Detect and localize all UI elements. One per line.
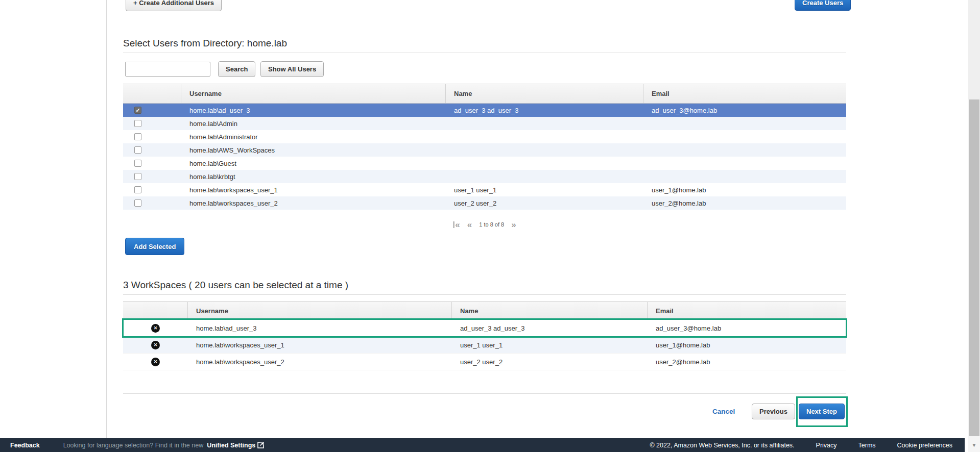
external-link-icon <box>257 442 264 448</box>
row-email <box>643 157 846 170</box>
row-name: ad_user_3 ad_user_3 <box>446 104 643 117</box>
row-name <box>446 157 643 170</box>
next-step-button[interactable]: Next Step <box>799 404 845 419</box>
add-selected-button[interactable]: Add Selected <box>125 238 184 255</box>
cookie-preferences-link[interactable]: Cookie preferences <box>897 442 952 449</box>
row-checkbox[interactable] <box>134 199 141 207</box>
row-name <box>446 130 643 143</box>
console-footer: Feedback Looking for language selection?… <box>0 438 965 452</box>
terms-link[interactable]: Terms <box>858 442 876 449</box>
row-checkbox[interactable] <box>134 146 141 154</box>
show-all-users-button[interactable]: Show All Users <box>260 61 324 77</box>
row-username: home.lab\workspaces_user_2 <box>181 196 446 210</box>
username-column-header: Username <box>188 302 452 319</box>
row-username: home.lab\krbtgt <box>181 170 446 183</box>
row-email <box>643 130 846 143</box>
row-checkbox[interactable] <box>134 133 141 140</box>
row-username: home.lab\workspaces_user_1 <box>188 337 452 353</box>
create-additional-users-button[interactable]: + Create Additional Users <box>126 0 222 11</box>
selected-workspaces-table: Username Name Email home.lab\ad_user_3 a… <box>123 302 846 370</box>
row-username: home.lab\ad_user_3 <box>181 104 446 117</box>
table-row[interactable]: home.lab\Administrator <box>123 130 846 143</box>
remove-user-icon[interactable] <box>151 358 160 366</box>
copyright-text: © 2022, Amazon Web Services, Inc. or its… <box>650 442 794 449</box>
remove-user-icon[interactable] <box>151 324 160 333</box>
row-username: home.lab\workspaces_user_2 <box>188 354 452 370</box>
heading-divider <box>123 53 846 53</box>
table-row[interactable]: home.lab\ad_user_3 ad_user_3 ad_user_3 a… <box>123 320 846 337</box>
row-checkbox[interactable] <box>134 173 141 180</box>
wizard-actions: Cancel Previous Next Step <box>123 404 846 420</box>
row-name: ad_user_3 ad_user_3 <box>452 320 648 336</box>
table-row[interactable]: home.lab\ad_user_3 ad_user_3 ad_user_3 a… <box>123 104 846 117</box>
previous-button[interactable]: Previous <box>752 404 795 419</box>
row-email: ad_user_3@home.lab <box>648 320 846 336</box>
scroll-down-arrow-icon[interactable]: ▼ <box>968 438 980 452</box>
table-row[interactable]: home.lab\workspaces_user_2 user_2 user_2… <box>123 196 846 210</box>
directory-table-header: Username Name Email <box>123 84 846 104</box>
email-column-header: Email <box>648 302 846 319</box>
table-row[interactable]: home.lab\workspaces_user_2 user_2 user_2… <box>123 354 846 370</box>
row-name: user_1 user_1 <box>446 183 643 196</box>
row-name <box>446 170 643 183</box>
row-name: user_2 user_2 <box>452 354 648 370</box>
remove-user-icon[interactable] <box>151 341 160 349</box>
row-email <box>643 117 846 130</box>
row-email: user_2@home.lab <box>648 354 846 370</box>
row-name <box>446 143 643 157</box>
pagination: « « 1 to 8 of 8 » <box>123 219 846 230</box>
row-email <box>643 143 846 157</box>
table-row[interactable]: home.lab\krbtgt <box>123 170 846 183</box>
row-email: ad_user_3@home.lab <box>643 104 846 117</box>
row-email: user_1@home.lab <box>648 337 846 353</box>
workspaces-section-heading: 3 WorkSpaces ( 20 users can be selected … <box>123 280 348 291</box>
row-username: home.lab\Administrator <box>181 130 446 143</box>
create-users-button[interactable]: Create Users <box>795 0 851 11</box>
row-checkbox[interactable] <box>134 160 141 167</box>
create-workspaces-wizard-page: + Create Additional Users Create Users S… <box>0 0 980 452</box>
content-left-divider <box>106 0 107 438</box>
language-selection-hint: Looking for language selection? Find it … <box>63 442 204 449</box>
feedback-link[interactable]: Feedback <box>10 442 40 449</box>
page-scrollbar[interactable]: ▼ <box>968 0 980 452</box>
table-row[interactable]: home.lab\workspaces_user_1 user_1 user_1… <box>123 183 846 196</box>
row-checkbox[interactable] <box>134 120 141 127</box>
scrollbar-track[interactable] <box>968 0 980 99</box>
privacy-link[interactable]: Privacy <box>816 442 837 449</box>
row-email <box>643 170 846 183</box>
select-column-header <box>123 84 181 103</box>
search-button[interactable]: Search <box>218 61 255 77</box>
name-column-header: Name <box>452 302 648 319</box>
next-page-icon[interactable]: » <box>511 220 516 229</box>
heading-divider <box>123 294 846 295</box>
unified-settings-link[interactable]: Unified Settings <box>207 442 264 449</box>
email-column-header: Email <box>643 84 846 103</box>
workspaces-table-header: Username Name Email <box>123 302 846 320</box>
actions-divider <box>123 393 846 394</box>
row-email: user_2@home.lab <box>643 196 846 210</box>
name-column-header: Name <box>446 84 643 103</box>
directory-users-table: Username Name Email home.lab\ad_user_3 a… <box>123 84 846 210</box>
unified-settings-label: Unified Settings <box>207 442 255 449</box>
search-input[interactable] <box>125 62 210 77</box>
cancel-link[interactable]: Cancel <box>712 408 735 415</box>
row-username: home.lab\Admin <box>181 117 446 130</box>
row-name <box>446 117 643 130</box>
table-row[interactable]: home.lab\Guest <box>123 157 846 170</box>
table-row[interactable]: home.lab\Admin <box>123 117 846 130</box>
username-column-header: Username <box>181 84 446 103</box>
scrollbar-thumb[interactable] <box>969 99 979 436</box>
row-username: home.lab\workspaces_user_1 <box>181 183 446 196</box>
row-checkbox[interactable] <box>134 186 141 193</box>
pagination-range: 1 to 8 of 8 <box>479 221 504 228</box>
row-username: home.lab\AWS_WorkSpaces <box>181 143 446 157</box>
table-row[interactable]: home.lab\AWS_WorkSpaces <box>123 143 846 157</box>
row-email: user_1@home.lab <box>643 183 846 196</box>
first-page-icon[interactable]: « <box>453 220 460 229</box>
table-row[interactable]: home.lab\workspaces_user_1 user_1 user_1… <box>123 337 846 354</box>
row-name: user_1 user_1 <box>452 337 648 353</box>
previous-page-icon[interactable]: « <box>467 220 472 229</box>
row-checkbox[interactable] <box>134 107 141 114</box>
remove-column-header <box>123 302 188 319</box>
directory-section-heading: Select Users from Directory: home.lab <box>123 38 287 49</box>
